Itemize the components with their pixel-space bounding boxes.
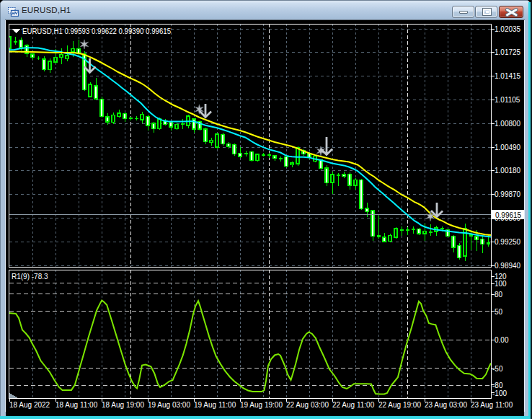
svg-text:1.00180: 1.00180 <box>495 167 521 175</box>
svg-text:0.99250: 0.99250 <box>495 238 521 246</box>
svg-text:1.01105: 1.01105 <box>495 96 520 104</box>
svg-text:19 Aug 19:00: 19 Aug 19:00 <box>240 401 283 409</box>
svg-text:-80: -80 <box>492 381 503 389</box>
svg-text:22 Aug 19:00: 22 Aug 19:00 <box>378 401 421 409</box>
svg-text:18 Aug 19:00: 18 Aug 19:00 <box>102 401 144 409</box>
svg-text:0.00: 0.00 <box>495 336 509 344</box>
svg-text:23 Aug 03:00: 23 Aug 03:00 <box>425 401 467 409</box>
svg-text:0.99870: 0.99870 <box>495 190 521 198</box>
svg-text:1.01725: 1.01725 <box>495 48 521 56</box>
svg-text:19 Aug 11:00: 19 Aug 11:00 <box>194 401 236 409</box>
svg-text:22 Aug 11:00: 22 Aug 11:00 <box>332 401 375 409</box>
svg-text:EURUSD,H1 0.99593 0.99622 0.9: EURUSD,H1 0.99593 0.99622 0.99390 0.9961… <box>22 27 171 35</box>
svg-text:1.02035: 1.02035 <box>495 25 521 33</box>
svg-text:18 Aug 11:00: 18 Aug 11:00 <box>56 401 98 409</box>
svg-text:-50: -50 <box>492 365 503 373</box>
svg-text:22 Aug 03:00: 22 Aug 03:00 <box>286 401 329 409</box>
svg-text:18 Aug 2022: 18 Aug 2022 <box>9 401 50 409</box>
svg-text:1.00800: 1.00800 <box>495 120 521 128</box>
svg-text:100: 100 <box>495 280 507 288</box>
svg-text:0.98940: 0.98940 <box>495 262 521 270</box>
svg-text:-100: -100 <box>492 389 507 397</box>
svg-text:50: 50 <box>495 308 503 316</box>
svg-text:0.99615: 0.99615 <box>495 211 522 219</box>
svg-text:1.00490: 1.00490 <box>495 144 521 151</box>
svg-text:80: 80 <box>495 291 503 299</box>
svg-text:19 Aug 03:00: 19 Aug 03:00 <box>148 401 190 409</box>
svg-text:R1(9) -78.3: R1(9) -78.3 <box>12 273 48 281</box>
svg-text:1.01415: 1.01415 <box>495 72 521 80</box>
svg-text:23 Aug 11:00: 23 Aug 11:00 <box>471 401 513 409</box>
